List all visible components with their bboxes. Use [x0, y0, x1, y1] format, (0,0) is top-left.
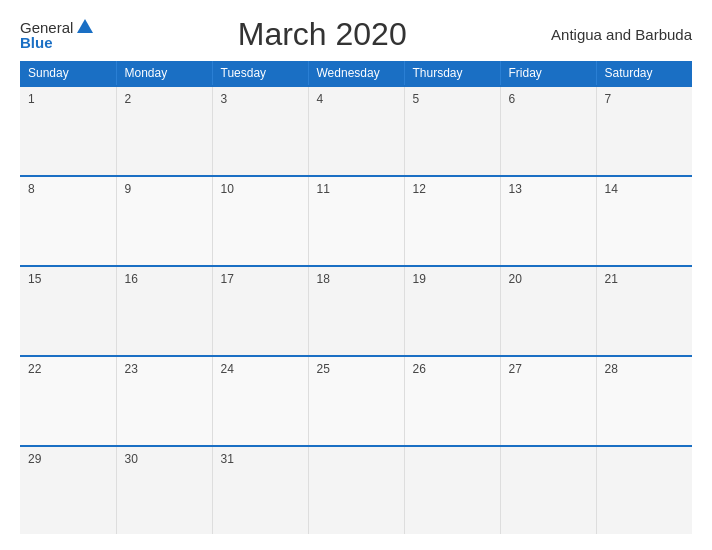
calendar-cell: 13 — [500, 176, 596, 266]
day-header-thursday: Thursday — [404, 61, 500, 86]
calendar-cell: 25 — [308, 356, 404, 446]
calendar-week-2: 891011121314 — [20, 176, 692, 266]
calendar-cell: 26 — [404, 356, 500, 446]
day-header-friday: Friday — [500, 61, 596, 86]
calendar-cell — [596, 446, 692, 534]
calendar-cell: 31 — [212, 446, 308, 534]
calendar-cell: 11 — [308, 176, 404, 266]
calendar-cell: 30 — [116, 446, 212, 534]
day-header-monday: Monday — [116, 61, 212, 86]
calendar-cell: 23 — [116, 356, 212, 446]
calendar-cell: 18 — [308, 266, 404, 356]
calendar-week-1: 1234567 — [20, 86, 692, 176]
day-header-tuesday: Tuesday — [212, 61, 308, 86]
calendar-cell: 22 — [20, 356, 116, 446]
day-header-sunday: Sunday — [20, 61, 116, 86]
calendar-cell: 16 — [116, 266, 212, 356]
calendar-week-4: 22232425262728 — [20, 356, 692, 446]
calendar-week-3: 15161718192021 — [20, 266, 692, 356]
calendar-cell: 8 — [20, 176, 116, 266]
calendar-cell — [404, 446, 500, 534]
logo: General Blue — [20, 19, 93, 50]
calendar-cell: 1 — [20, 86, 116, 176]
day-header-saturday: Saturday — [596, 61, 692, 86]
calendar-cell: 5 — [404, 86, 500, 176]
calendar-cell: 19 — [404, 266, 500, 356]
calendar-cell — [500, 446, 596, 534]
calendar-cell: 7 — [596, 86, 692, 176]
calendar-cell: 14 — [596, 176, 692, 266]
calendar-cell: 6 — [500, 86, 596, 176]
calendar-week-5: 293031 — [20, 446, 692, 534]
calendar-cell: 3 — [212, 86, 308, 176]
calendar-cell: 28 — [596, 356, 692, 446]
logo-triangle-icon — [77, 19, 93, 33]
calendar-cell: 15 — [20, 266, 116, 356]
calendar-cell: 24 — [212, 356, 308, 446]
calendar-table: SundayMondayTuesdayWednesdayThursdayFrid… — [20, 61, 692, 534]
calendar-cell: 20 — [500, 266, 596, 356]
calendar-cell: 17 — [212, 266, 308, 356]
calendar-cell: 9 — [116, 176, 212, 266]
day-header-wednesday: Wednesday — [308, 61, 404, 86]
calendar-cell: 29 — [20, 446, 116, 534]
calendar-cell: 21 — [596, 266, 692, 356]
logo-blue-text: Blue — [20, 35, 93, 50]
country-label: Antigua and Barbuda — [551, 26, 692, 43]
calendar-cell — [308, 446, 404, 534]
calendar-title: March 2020 — [238, 16, 407, 53]
calendar-header: General Blue March 2020 Antigua and Barb… — [20, 16, 692, 53]
calendar-cell: 10 — [212, 176, 308, 266]
calendar-cell: 12 — [404, 176, 500, 266]
calendar-header-row: SundayMondayTuesdayWednesdayThursdayFrid… — [20, 61, 692, 86]
logo-general-text: General — [20, 20, 73, 35]
calendar-cell: 27 — [500, 356, 596, 446]
calendar-cell: 4 — [308, 86, 404, 176]
calendar-cell: 2 — [116, 86, 212, 176]
